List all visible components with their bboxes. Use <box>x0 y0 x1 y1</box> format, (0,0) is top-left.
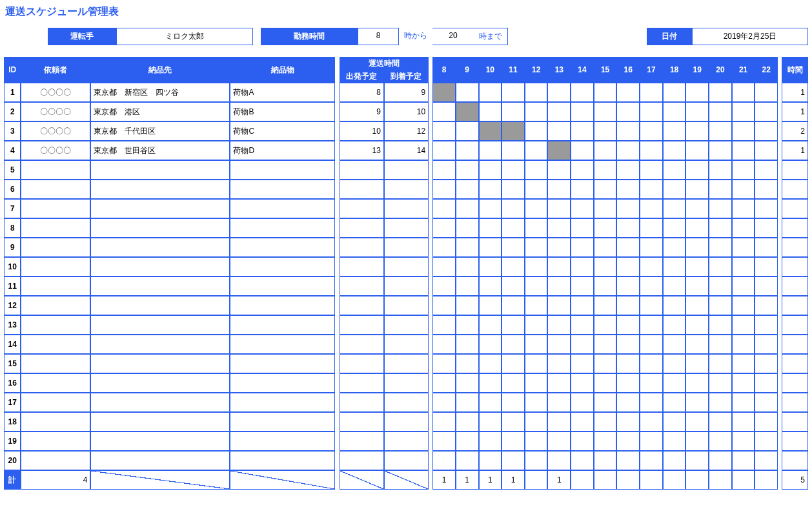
schedule-table: ID 依頼者 納品先 納品物 運送時間 8 9 10 11 12 13 14 1… <box>4 57 808 490</box>
cell-hour <box>616 354 640 373</box>
top-info-bar: 運転手 ミロク太郎 勤務時間 8 時から 20 時まで 日付 2019年2月25… <box>4 28 808 45</box>
th-hour: 17 <box>640 57 663 83</box>
cell-hour <box>502 141 525 160</box>
cell-hour <box>732 354 755 373</box>
cell-hour <box>594 218 617 238</box>
cell-hour <box>709 451 732 470</box>
cell-hour <box>685 141 709 160</box>
cell-hour <box>547 276 571 296</box>
cell-hour <box>594 431 617 451</box>
cell-departure <box>340 238 384 257</box>
cell-hour <box>732 180 755 199</box>
total-slash <box>384 470 429 490</box>
cell-hour <box>456 83 479 102</box>
cell-hour <box>616 257 640 276</box>
cell-id: 4 <box>4 141 21 160</box>
cell-requester <box>21 335 90 354</box>
table-row: 15 <box>4 354 808 373</box>
cell-duration <box>782 354 808 373</box>
cell-hour <box>547 180 571 199</box>
cell-hour <box>663 315 686 335</box>
cell-hour <box>456 121 479 141</box>
cell-duration <box>782 412 808 431</box>
cell-hour <box>663 83 686 102</box>
cell-arrival <box>384 412 429 431</box>
cell-hour <box>732 238 755 257</box>
cell-duration <box>782 373 808 393</box>
cell-hour <box>479 121 502 141</box>
th-hour: 10 <box>479 57 502 83</box>
cell-item <box>230 335 335 354</box>
cell-hour <box>525 296 548 315</box>
cell-destination <box>90 218 230 238</box>
cell-item <box>230 354 335 373</box>
cell-hour <box>663 238 686 257</box>
cell-hour <box>525 121 548 141</box>
cell-hour <box>456 315 479 335</box>
cell-hour <box>571 412 594 431</box>
cell-hour <box>502 160 525 180</box>
th-destination: 納品先 <box>90 57 230 83</box>
cell-hour <box>685 238 709 257</box>
cell-id: 8 <box>4 218 21 238</box>
total-count: 4 <box>21 470 90 490</box>
cell-hour <box>571 199 594 218</box>
cell-destination: 東京都 千代田区 <box>90 121 230 141</box>
to-suffix: 時まで <box>474 28 508 45</box>
cell-hour <box>525 431 548 451</box>
cell-hour <box>571 354 594 373</box>
cell-hour <box>525 180 548 199</box>
cell-item: 荷物C <box>230 121 335 141</box>
cell-hour <box>525 276 548 296</box>
cell-arrival <box>384 238 429 257</box>
cell-destination: 東京都 港区 <box>90 102 230 121</box>
cell-hour <box>502 276 525 296</box>
cell-destination <box>90 373 230 393</box>
table-row: 6 <box>4 180 808 199</box>
th-transport-time: 運送時間 <box>340 57 429 70</box>
cell-departure: 10 <box>340 121 384 141</box>
table-row: 20 <box>4 451 808 470</box>
cell-hour <box>571 238 594 257</box>
cell-hour <box>709 354 732 373</box>
cell-hour <box>502 238 525 257</box>
cell-hour <box>525 354 548 373</box>
cell-hour <box>547 335 571 354</box>
cell-duration: 1 <box>782 83 808 102</box>
cell-hour <box>432 102 456 121</box>
cell-hour <box>502 180 525 199</box>
cell-hour <box>525 373 548 393</box>
cell-hour <box>663 335 686 354</box>
cell-hour <box>663 412 686 431</box>
cell-hour <box>594 83 617 102</box>
cell-hour <box>732 121 755 141</box>
cell-destination <box>90 315 230 335</box>
cell-hour <box>755 296 778 315</box>
cell-requester: 〇〇〇〇 <box>21 102 90 121</box>
cell-hour <box>594 141 617 160</box>
cell-duration <box>782 431 808 451</box>
cell-departure <box>340 180 384 199</box>
cell-hour <box>616 160 640 180</box>
cell-hour <box>571 315 594 335</box>
cell-hour <box>432 431 456 451</box>
cell-hour <box>594 373 617 393</box>
th-departure: 出発予定 <box>340 70 384 83</box>
cell-arrival <box>384 354 429 373</box>
cell-hour <box>502 335 525 354</box>
cell-destination <box>90 180 230 199</box>
cell-hour <box>663 102 686 121</box>
cell-hour <box>663 451 686 470</box>
cell-id: 10 <box>4 257 21 276</box>
cell-destination <box>90 393 230 412</box>
cell-hour <box>502 218 525 238</box>
cell-hour <box>755 199 778 218</box>
th-hour: 18 <box>663 57 686 83</box>
cell-hour <box>709 160 732 180</box>
cell-arrival: 12 <box>384 121 429 141</box>
cell-id: 16 <box>4 373 21 393</box>
cell-destination <box>90 451 230 470</box>
cell-hour <box>525 102 548 121</box>
cell-hour <box>571 141 594 160</box>
th-requester: 依頼者 <box>21 57 90 83</box>
